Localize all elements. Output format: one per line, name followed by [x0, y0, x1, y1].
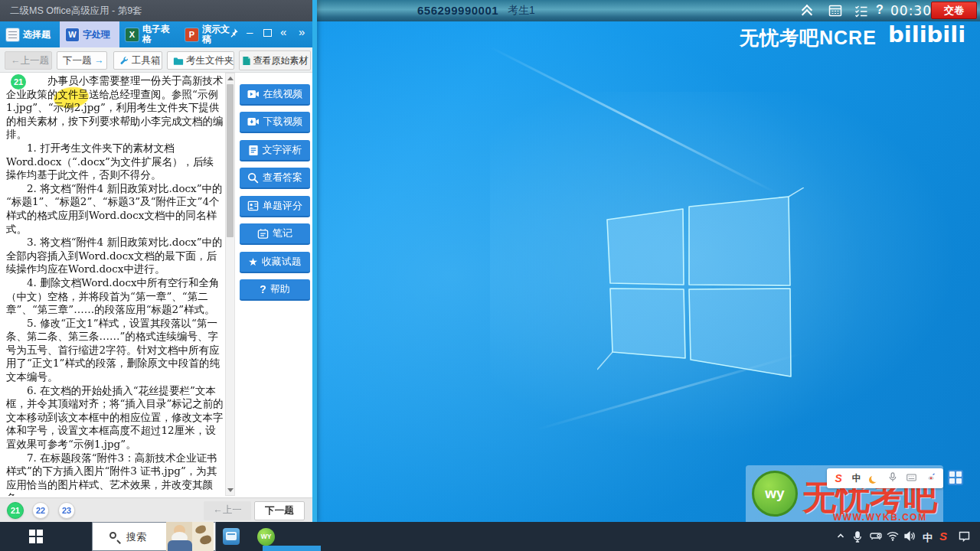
side-button-label: 单题评分 — [263, 199, 302, 213]
prev-question-button-bottom[interactable]: ←上一题 — [204, 501, 251, 520]
side-button-label: 文字评析 — [263, 143, 302, 157]
candidate-name: 考生1 — [508, 4, 535, 18]
tab-label: 电子表格 — [142, 24, 173, 44]
toolbox-palette-icon[interactable] — [926, 473, 936, 484]
keyboard-icon[interactable] — [906, 473, 916, 484]
taskbar-app-wuyoukaoba-icon[interactable]: WY — [257, 528, 275, 546]
help-button[interactable]: ? 帮助 — [240, 279, 310, 301]
ime-language-indicator[interactable]: 中 — [923, 531, 933, 545]
tab-word-processing[interactable]: W 字处理 — [60, 21, 119, 47]
note-icon — [257, 228, 269, 240]
question-paragraph: 4. 删除文档Word.docx中所有空行和全角（中文）空格，并将段首为“第一章… — [6, 276, 224, 317]
wifi-icon[interactable] — [887, 531, 899, 541]
webcam-overlay-image — [166, 522, 214, 551]
collapse-bar-icon[interactable] — [801, 4, 815, 18]
scroll-down-arrow[interactable] — [226, 485, 234, 495]
sogou-ime-toolbar[interactable]: S 中 — [827, 468, 943, 488]
search-icon — [109, 532, 116, 539]
text-document-icon — [248, 145, 259, 156]
single-question-score-button[interactable]: 单题评分 — [240, 196, 310, 217]
document-icon — [242, 56, 251, 66]
exam-window: 二级MS Office高级应用 - 第9套 选择题 W 字处理 X 电子表格 P… — [0, 0, 317, 522]
question-mark-icon: ? — [260, 283, 266, 295]
submit-exam-button[interactable]: 交卷 — [931, 2, 977, 19]
next-question-button-bottom[interactable]: 下一题 → — [254, 501, 305, 520]
night-mode-icon[interactable] — [871, 474, 879, 482]
favorite-question-button[interactable]: ★ 收藏试题 — [240, 252, 310, 273]
magnifier-icon — [247, 172, 259, 184]
side-button-label: 查看答案 — [263, 171, 302, 184]
collapse-right-icon[interactable]: » — [299, 26, 305, 37]
question-paragraph: 2. 将文档“附件4 新旧政策对比.docx”中的“标题1”、“标题2”、“标题… — [6, 182, 224, 236]
video-icon — [247, 89, 260, 99]
question-number-badge: 21 — [11, 74, 26, 90]
side-button-label: 帮助 — [270, 282, 290, 296]
view-answer-button[interactable]: 查看答案 — [240, 168, 310, 189]
window-title: 二级MS Office高级应用 - 第9套 — [0, 0, 312, 21]
wrench-icon — [119, 56, 129, 66]
tray-expand-chevron-icon[interactable] — [836, 531, 845, 540]
bird-sketch — [194, 524, 207, 534]
folder-icon — [173, 56, 184, 66]
wuyoukaoba-logo: wy — [752, 471, 798, 517]
start-button[interactable] — [29, 530, 42, 543]
sogou-tray-icon[interactable]: S — [939, 530, 947, 543]
help-icon[interactable]: ? — [876, 3, 890, 17]
projector-device-icon[interactable] — [870, 531, 882, 540]
minimize-icon[interactable]: – — [247, 26, 253, 37]
action-center-icon[interactable] — [959, 531, 970, 542]
toolbox-button[interactable]: 工具箱 — [113, 51, 162, 70]
prev-question-button-top[interactable]: ←上一题 — [5, 51, 52, 70]
question-circle-21[interactable]: 21 — [7, 502, 24, 519]
ime-mode-indicator[interactable]: 中 — [852, 472, 861, 485]
taskbar-app-exam-icon[interactable] — [223, 528, 240, 545]
question-text-panel: 办事员小李需要整理一份关于高新技术企业政策的文件呈送给总经理查阅。参照“示例1.… — [6, 74, 224, 496]
question-nav-bar: 21 22 23 ←上一题 下一题 → — [0, 497, 312, 522]
question-circle-22[interactable]: 22 — [32, 502, 49, 519]
side-button-label: 收藏试题 — [262, 255, 302, 269]
collapse-left-icon[interactable]: « — [280, 26, 286, 37]
notes-button[interactable]: 笔记 — [240, 223, 310, 245]
online-video-button[interactable]: 在线视频 — [240, 84, 310, 106]
bird-sketch — [199, 535, 212, 545]
tab-spreadsheet[interactable]: X 电子表格 — [119, 21, 179, 47]
pin-icon[interactable] — [228, 28, 239, 40]
side-button-label: 在线视频 — [263, 87, 303, 101]
answer-sheet-icon[interactable] — [854, 4, 868, 18]
question-paragraph: 6. 在文档的开始处插入“花丝提要栏”文本框，并令其顶端对齐；将“插入目录”标记… — [6, 384, 224, 452]
candidate-folder-button[interactable]: 考生文件夹 — [167, 51, 234, 70]
exam-timer: 00:30 — [890, 3, 932, 18]
word-icon: W — [66, 28, 79, 41]
next-question-button-top[interactable]: 下一题 → — [57, 51, 107, 70]
star-icon: ★ — [248, 256, 258, 268]
wuyoukaoba-ncre-watermark: 无忧考吧NCRE — [740, 25, 877, 51]
wuyoukaoba-url: WWW.WYKB.COM — [833, 512, 927, 523]
question-paragraph: 5. 修改“正文1”样式，设置其段落以“第一条、第二条、第三条……”的格式连续编… — [6, 317, 224, 384]
scrollbar-thumb[interactable] — [227, 84, 234, 237]
bilibili-logo: bilibili — [888, 21, 965, 47]
side-button-label: 下载视频 — [263, 115, 303, 129]
sogou-toolbox-grid-icon[interactable] — [948, 470, 963, 485]
maximize-icon[interactable] — [263, 29, 272, 37]
text-analysis-button[interactable]: 文字评析 — [240, 140, 310, 161]
download-video-button[interactable]: 下载视频 — [240, 112, 310, 133]
excel-icon: X — [126, 28, 139, 41]
active-app-indicator — [263, 546, 321, 551]
powerpoint-icon: P — [185, 28, 198, 41]
view-material-label: 查看原始素材 — [253, 54, 309, 67]
sogou-logo-icon[interactable]: S — [835, 472, 841, 484]
calculator-icon[interactable] — [828, 4, 842, 18]
question-paragraph: 3. 将文档“附件4 新旧政策对比.docx”中的全部内容插入到Word.doc… — [6, 236, 224, 276]
question-scrollbar[interactable] — [225, 73, 235, 496]
side-button-label: 笔记 — [273, 227, 292, 240]
candidate-id: 656299990001 — [417, 4, 498, 17]
speaker-icon[interactable] — [904, 531, 916, 541]
microphone-icon[interactable] — [853, 531, 862, 543]
tab-multiple-choice[interactable]: 选择题 — [0, 21, 60, 47]
windows-logo — [597, 187, 804, 386]
mic-icon[interactable] — [889, 472, 897, 484]
question-paragraph: 办事员小李需要整理一份关于高新技术企业政策的文件呈送给总经理查阅。参照“示例1.… — [6, 74, 224, 142]
question-circle-23[interactable]: 23 — [58, 502, 75, 519]
scroll-up-arrow[interactable] — [226, 73, 234, 83]
view-original-material-button[interactable]: 查看原始素材 — [239, 51, 311, 70]
